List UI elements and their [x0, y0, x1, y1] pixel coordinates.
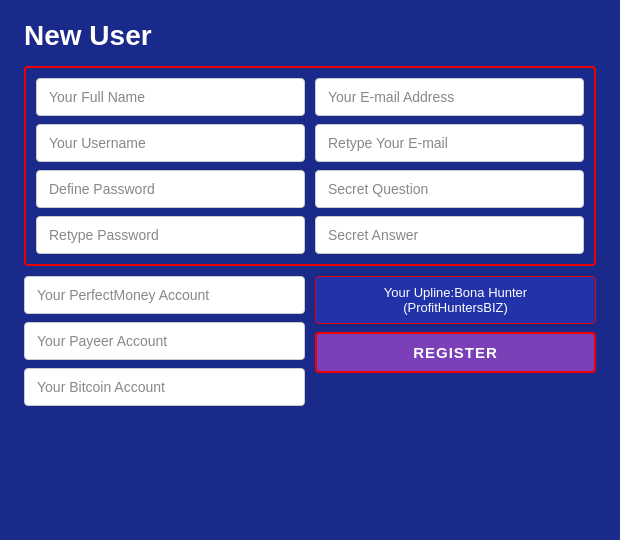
main-form-section: [24, 66, 596, 266]
retype-password-input[interactable]: [36, 216, 305, 254]
row-3: [36, 170, 584, 208]
define-password-input[interactable]: [36, 170, 305, 208]
bottom-section: Your Upline:Bona Hunter (ProfitHuntersBI…: [24, 276, 596, 406]
perfectmoney-input[interactable]: [24, 276, 305, 314]
register-button[interactable]: REGISTER: [315, 332, 596, 373]
secret-answer-input[interactable]: [315, 216, 584, 254]
retype-email-input[interactable]: [315, 124, 584, 162]
upline-box: Your Upline:Bona Hunter (ProfitHuntersBI…: [315, 276, 596, 324]
row-2: [36, 124, 584, 162]
row-1: [36, 78, 584, 116]
email-input[interactable]: [315, 78, 584, 116]
upline-line1: Your Upline:Bona Hunter: [384, 285, 527, 300]
full-name-input[interactable]: [36, 78, 305, 116]
page-title: New User: [24, 20, 596, 52]
upline-line2: (ProfitHuntersBIZ): [403, 300, 508, 315]
payment-fields: [24, 276, 305, 406]
row-4: [36, 216, 584, 254]
payeer-input[interactable]: [24, 322, 305, 360]
secret-question-input[interactable]: [315, 170, 584, 208]
bitcoin-input[interactable]: [24, 368, 305, 406]
register-section: Your Upline:Bona Hunter (ProfitHuntersBI…: [315, 276, 596, 406]
username-input[interactable]: [36, 124, 305, 162]
